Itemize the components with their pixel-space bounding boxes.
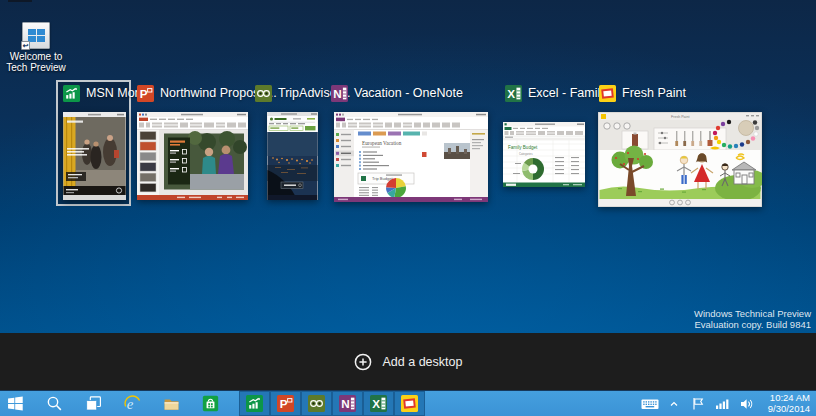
shortcut-arrow-icon: ↩ [21,41,30,50]
desktop-background: ↩ Welcome to Tech Preview MSN Mon... P [0,0,816,333]
build-watermark: Windows Technical Preview Evaluation cop… [694,308,811,330]
svg-text:X: X [372,397,380,410]
search-button[interactable] [40,391,69,416]
powerpoint-preview [137,112,248,200]
svg-text:X: X [507,87,515,100]
excel-icon: X [370,395,387,412]
system-tray: 10:24 AM 9/30/2014 [638,391,816,416]
onenote-preview: European Vacation Trip Budget [334,112,488,202]
window-title: Fresh Paint [622,86,686,100]
excel-chart-label: Categories [519,152,533,156]
window-thumbnail-excel[interactable]: Family Budget Categories [503,122,585,187]
onenote-icon: N [339,395,356,412]
taskbar: e [0,390,816,416]
store-icon [202,395,219,412]
network-button[interactable] [710,397,734,411]
touch-keyboard-icon [641,396,659,412]
clock-time: 10:24 AM [758,393,810,404]
svg-text:P: P [140,87,148,100]
window-thumbnail-onenote[interactable]: European Vacation Trip Budget [334,112,488,202]
task-view-screen: ↩ Welcome to Tech Preview MSN Mon... P [0,0,816,416]
tripadvisor-icon [308,395,325,412]
network-signal-icon [715,397,730,411]
desktops-strip: Add a desktop [0,333,816,390]
freshpaint-window-title: Fresh Paint [671,115,689,119]
fresh-paint-preview: Fresh Paint [598,112,762,207]
onenote-page-title: European Vacation [362,140,402,146]
volume-button[interactable] [734,397,758,411]
windows-logo-tile-icon: ↩ [22,22,50,49]
file-explorer-button[interactable] [157,391,186,416]
taskbar-app-onenote[interactable]: N [332,391,363,416]
taskbar-app-fresh-paint[interactable] [394,391,425,416]
internet-explorer-icon: e [124,395,141,412]
powerpoint-icon: P [137,85,154,102]
clock-date: 9/30/2014 [758,404,810,415]
taskbar-app-tripadvisor[interactable] [301,391,332,416]
onenote-icon: N [331,85,348,102]
desktop-shortcut-welcome[interactable]: ↩ Welcome to Tech Preview [4,22,68,73]
excel-preview: Family Budget Categories [503,122,585,187]
taskview-item-vacation-onenote[interactable]: N Vacation - OneNote [331,84,463,102]
taskview-item-fresh-paint[interactable]: Fresh Paint [599,84,686,102]
msn-money-preview [63,112,126,200]
msn-money-icon [63,85,80,102]
chevron-up-icon [668,398,680,410]
svg-text:N: N [341,397,349,410]
taskbar-app-powerpoint[interactable]: P [270,391,301,416]
task-view-button[interactable] [79,391,108,416]
volume-icon [739,397,754,411]
excel-chart-title: Family Budget [508,145,538,150]
svg-text:N: N [333,87,341,100]
msn-money-icon [246,395,263,412]
excel-icon: X [505,85,522,102]
show-hidden-icons-button[interactable] [662,398,686,410]
taskbar-app-msn-money[interactable] [239,391,270,416]
tripadvisor-icon [255,85,272,102]
windows-start-icon [7,395,24,412]
window-title: Vacation - OneNote [354,86,463,100]
fresh-paint-icon [401,395,418,412]
taskbar-app-excel[interactable]: X [363,391,394,416]
fresh-paint-icon [599,85,616,102]
file-explorer-icon [163,395,180,412]
flag-icon [691,396,705,411]
window-thumbnail-fresh-paint[interactable]: Fresh Paint [598,112,762,207]
taskbar-clock[interactable]: 10:24 AM 9/30/2014 [758,393,816,414]
powerpoint-icon: P [277,395,294,412]
svg-text:P: P [280,397,288,410]
window-thumbnail-powerpoint[interactable] [137,112,248,200]
store-button[interactable] [196,391,225,416]
add-desktop-label: Add a desktop [383,355,463,369]
touch-keyboard-button[interactable] [638,396,662,412]
partial-icon-top-edge [8,0,32,2]
internet-explorer-button[interactable]: e [118,391,147,416]
start-button[interactable] [0,391,30,416]
shortcut-label: Welcome to Tech Preview [4,51,68,73]
task-view-icon [85,395,102,412]
add-circle-icon [354,353,372,371]
add-desktop-button[interactable]: Add a desktop [354,353,463,371]
window-thumbnail-tripadvisor[interactable] [267,112,318,200]
action-center-button[interactable] [686,396,710,411]
search-icon [46,395,63,412]
tripadvisor-preview [267,112,318,200]
window-thumbnail-msn-money[interactable] [63,112,126,200]
